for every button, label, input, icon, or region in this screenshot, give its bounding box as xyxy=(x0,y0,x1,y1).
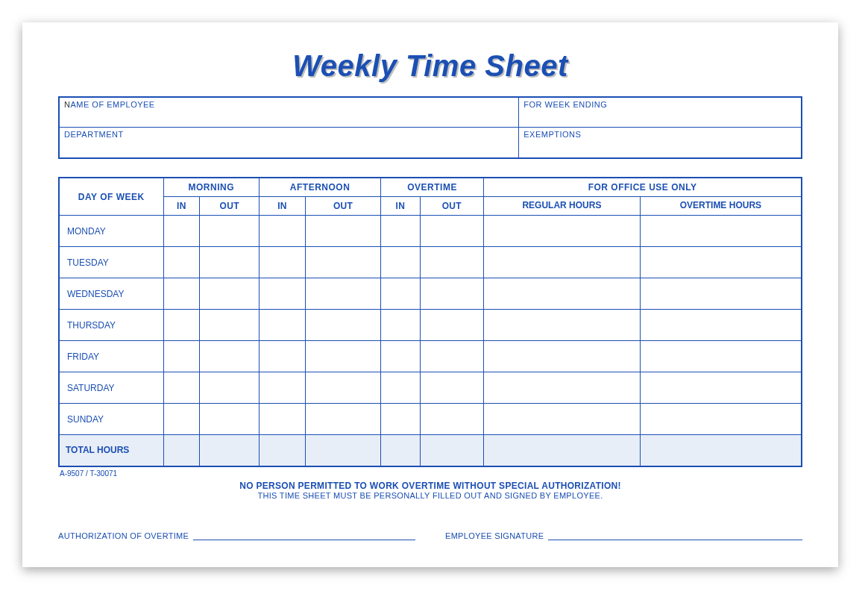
total-cell xyxy=(381,435,420,466)
notice-line-2: THIS TIME SHEET MUST BE PERSONALLY FILLE… xyxy=(58,491,802,500)
time-cell[interactable] xyxy=(640,216,802,247)
day-label: TUESDAY xyxy=(59,247,163,278)
time-cell[interactable] xyxy=(381,247,420,278)
time-cell[interactable] xyxy=(484,341,641,372)
time-cell[interactable] xyxy=(420,404,484,435)
day-label: SATURDAY xyxy=(59,372,163,404)
department-field[interactable]: DEPARTMENT xyxy=(60,128,519,157)
time-cell[interactable] xyxy=(640,247,802,278)
time-cell[interactable] xyxy=(381,278,420,310)
time-cell[interactable] xyxy=(420,341,484,372)
employee-signature-line[interactable] xyxy=(548,530,802,540)
table-row: TUESDAY xyxy=(59,247,802,278)
authorization-label: AUTHORIZATION OF OVERTIME xyxy=(58,531,189,540)
time-cell[interactable] xyxy=(260,310,306,341)
time-cell[interactable] xyxy=(163,247,200,278)
employee-signature: EMPLOYEE SIGNATURE xyxy=(445,530,802,540)
time-cell[interactable] xyxy=(260,372,306,404)
header-day-of-week: DAY OF WEEK xyxy=(59,178,163,216)
time-cell[interactable] xyxy=(163,372,200,404)
time-cell[interactable] xyxy=(381,372,420,404)
header-office-use: FOR OFFICE USE ONLY xyxy=(484,178,802,197)
page-title: Weekly Time Sheet xyxy=(58,49,802,83)
header-afternoon-in: IN xyxy=(260,197,306,216)
time-cell[interactable] xyxy=(163,278,200,310)
time-cell[interactable] xyxy=(420,278,484,310)
time-cell[interactable] xyxy=(420,372,484,404)
time-cell[interactable] xyxy=(306,278,381,310)
header-afternoon: AFTERNOON xyxy=(260,178,381,197)
employee-signature-label: EMPLOYEE SIGNATURE xyxy=(445,531,544,540)
time-cell[interactable] xyxy=(381,310,420,341)
day-label: MONDAY xyxy=(59,216,163,247)
day-label: FRIDAY xyxy=(59,341,163,372)
total-cell xyxy=(260,435,306,466)
time-cell[interactable] xyxy=(420,247,484,278)
time-cell[interactable] xyxy=(163,404,200,435)
time-cell[interactable] xyxy=(381,341,420,372)
time-cell[interactable] xyxy=(381,404,420,435)
time-cell[interactable] xyxy=(484,216,641,247)
time-cell[interactable] xyxy=(420,216,484,247)
authorization-line[interactable] xyxy=(193,530,415,540)
table-row: WEDNESDAY xyxy=(59,278,802,310)
exemptions-field[interactable]: EXEMPTIONS xyxy=(519,128,801,157)
time-cell[interactable] xyxy=(484,404,641,435)
time-cell[interactable] xyxy=(640,372,802,404)
time-cell[interactable] xyxy=(200,372,260,404)
week-ending-field[interactable]: FOR WEEK ENDING xyxy=(519,98,801,128)
table-row: SATURDAY xyxy=(59,372,802,404)
total-cell xyxy=(420,435,484,466)
employee-info-box: NAME OF EMPLOYEE FOR WEEK ENDING DEPARTM… xyxy=(58,96,802,159)
header-overtime-hours: OVERTIME HOURS xyxy=(640,197,802,216)
time-cell[interactable] xyxy=(163,216,200,247)
header-overtime-in: IN xyxy=(381,197,420,216)
table-row: MONDAY xyxy=(59,216,802,247)
timesheet-table: DAY OF WEEK MORNING AFTERNOON OVERTIME F… xyxy=(58,177,802,467)
time-cell[interactable] xyxy=(163,341,200,372)
time-cell[interactable] xyxy=(200,341,260,372)
form-code: A-9507 / T-30071 xyxy=(60,469,802,478)
table-row: SUNDAY xyxy=(59,404,802,435)
name-of-employee-field[interactable]: NAME OF EMPLOYEE xyxy=(60,98,519,128)
time-cell[interactable] xyxy=(306,247,381,278)
time-cell[interactable] xyxy=(260,216,306,247)
authorization-signature: AUTHORIZATION OF OVERTIME xyxy=(58,530,415,540)
time-cell[interactable] xyxy=(200,278,260,310)
time-cell[interactable] xyxy=(260,404,306,435)
total-cell xyxy=(306,435,381,466)
time-cell[interactable] xyxy=(200,216,260,247)
timesheet-body: MONDAY TUESDAY WEDNESDAY THURSDAY FRIDAY… xyxy=(59,216,802,466)
notice-block: NO PERSON PERMITTED TO WORK OVERTIME WIT… xyxy=(58,481,802,500)
time-cell[interactable] xyxy=(640,404,802,435)
time-cell[interactable] xyxy=(484,278,641,310)
time-cell[interactable] xyxy=(260,247,306,278)
time-cell[interactable] xyxy=(306,404,381,435)
time-cell[interactable] xyxy=(640,310,802,341)
time-cell[interactable] xyxy=(484,372,641,404)
time-cell[interactable] xyxy=(260,278,306,310)
day-label: WEDNESDAY xyxy=(59,278,163,310)
time-cell[interactable] xyxy=(200,310,260,341)
time-cell[interactable] xyxy=(200,404,260,435)
total-cell xyxy=(484,435,641,466)
header-morning-out: OUT xyxy=(200,197,260,216)
day-label: SUNDAY xyxy=(59,404,163,435)
time-cell[interactable] xyxy=(484,310,641,341)
time-cell[interactable] xyxy=(306,310,381,341)
time-cell[interactable] xyxy=(640,341,802,372)
time-cell[interactable] xyxy=(306,372,381,404)
time-cell[interactable] xyxy=(163,310,200,341)
time-cell[interactable] xyxy=(484,247,641,278)
notice-line-1: NO PERSON PERMITTED TO WORK OVERTIME WIT… xyxy=(58,481,802,491)
time-cell[interactable] xyxy=(306,216,381,247)
signature-row: AUTHORIZATION OF OVERTIME EMPLOYEE SIGNA… xyxy=(58,530,802,540)
time-cell[interactable] xyxy=(260,341,306,372)
time-cell[interactable] xyxy=(420,310,484,341)
time-cell[interactable] xyxy=(200,247,260,278)
time-cell[interactable] xyxy=(306,341,381,372)
time-cell[interactable] xyxy=(640,278,802,310)
table-row: THURSDAY xyxy=(59,310,802,341)
header-afternoon-out: OUT xyxy=(306,197,381,216)
time-cell[interactable] xyxy=(381,216,420,247)
